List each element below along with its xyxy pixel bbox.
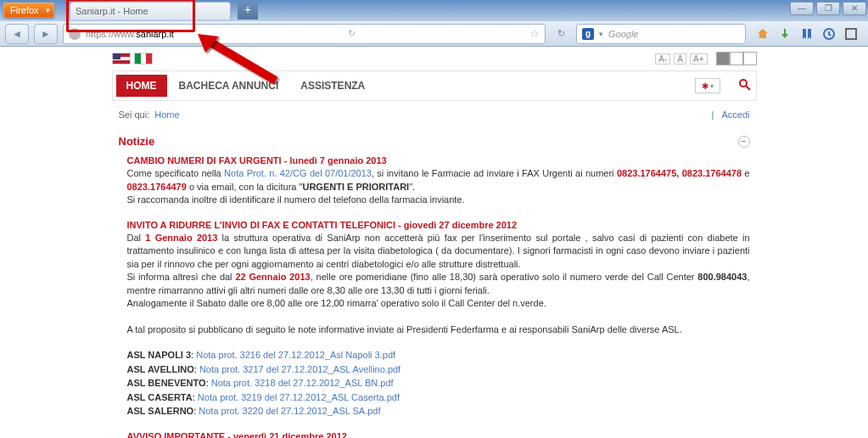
asl-link[interactable]: Nota prot. 3217 del 27.12.2012_ASL Avell… [199,364,400,374]
history-icon[interactable] [822,27,836,41]
asl-list: ASL NAPOLI 3: Nota prot. 3216 del 27.12.… [127,348,750,418]
site-search-icon[interactable] [737,78,753,93]
search-placeholder: Google [608,29,638,39]
notice-2-title: INVITO A RIDURRE L'INVIO DI FAX E CONTAT… [127,220,518,230]
asl-label: ASL AVELLINO [127,364,194,374]
browser-tab[interactable]: Saniarp.it - Home [70,2,231,20]
bookmark-star-icon[interactable]: ☆ [529,27,540,40]
notice-1-title: CAMBIO NUMERI DI FAX URGENTI - lunedì 7 … [127,155,387,166]
download-icon[interactable] [778,27,792,41]
reload-button[interactable]: ↻ [551,28,571,39]
language-dropdown[interactable]: ✱ [695,78,720,93]
window-maximize-button[interactable]: ❐ [816,2,840,15]
flag-it-icon[interactable] [134,53,153,65]
notice-1: CAMBIO NUMERI DI FAX URGENTI - lunedì 7 … [127,154,750,207]
asl-link[interactable]: Nota prot. 3220 del 27.12.2012_ASL SA.pd… [199,406,380,416]
search-box[interactable]: g ▾ Google [576,24,746,44]
asl-label: ASL SALERNO [127,406,194,416]
window-minimize-button[interactable]: — [790,2,814,15]
flag-us-icon[interactable] [112,53,131,65]
notice-2: INVITO A RIDURRE L'INVIO DI FAX E CONTAT… [127,219,750,337]
asl-label: ASL BENEVENTO [127,378,206,388]
refresh-inline-icon[interactable]: ↻ [348,28,356,39]
asl-label: ASL CASERTA [127,392,193,402]
svg-line-3 [746,86,750,90]
accedi-sep: | [712,110,717,120]
menu-home[interactable]: HOME [116,75,167,97]
collapse-icon[interactable]: − [738,136,750,148]
globe-icon [69,28,81,40]
font-increase-button[interactable]: A+ [690,53,708,65]
nota-prot-42-link[interactable]: Nota Prot. n. 42/CG del 07/01/2013 [224,168,372,178]
notice-3-title: AVVISO IMPORTANTE - venerdì 21 dicembre … [127,431,347,438]
back-button[interactable]: ◄ [5,24,29,44]
url-domain: saniarp.it [136,29,174,39]
breadcrumb-label: Sei qui: [119,110,150,120]
notizie-heading: Notizie [119,135,155,148]
url-prefix: https://www. [86,29,136,39]
firefox-app-button[interactable]: Firefox [3,3,54,18]
font-reset-button[interactable]: A [674,53,686,65]
asl-link[interactable]: Nota prot. 3219 del 27.12.2012_ASL Caser… [198,392,400,402]
asl-link[interactable]: Nota prot. 3216 del 27.12.2012_Asl Napol… [196,350,395,360]
asl-link[interactable]: Nota prot. 3218 del 27.12.2012_ASL BN.pd… [211,378,394,388]
svg-rect-1 [846,29,856,39]
accedi-link[interactable]: Accedi [721,110,749,120]
home-icon[interactable] [756,27,770,41]
address-bar[interactable]: https://www.saniarp.it ↻ ☆ [63,24,546,44]
svg-point-2 [740,80,747,87]
breadcrumb-home[interactable]: Home [154,110,179,120]
menu-assistenza[interactable]: ASSISTENZA [290,75,375,97]
layout-width-toggle[interactable] [716,52,757,65]
google-icon: g [582,28,594,40]
notice-3: AVVISO IMPORTANTE - venerdì 21 dicembre … [127,430,750,438]
bookmarks-icon[interactable] [800,27,814,41]
new-tab-button[interactable]: + [238,2,258,20]
window-close-button[interactable]: ✕ [843,2,866,15]
fullscreen-icon[interactable] [844,27,858,41]
asl-label: ASL NAPOLI 3 [127,350,192,360]
forward-button[interactable]: ► [34,24,58,44]
menu-bacheca-annunci[interactable]: BACHECA ANNUNCI [169,75,289,97]
font-decrease-button[interactable]: A- [655,53,670,65]
